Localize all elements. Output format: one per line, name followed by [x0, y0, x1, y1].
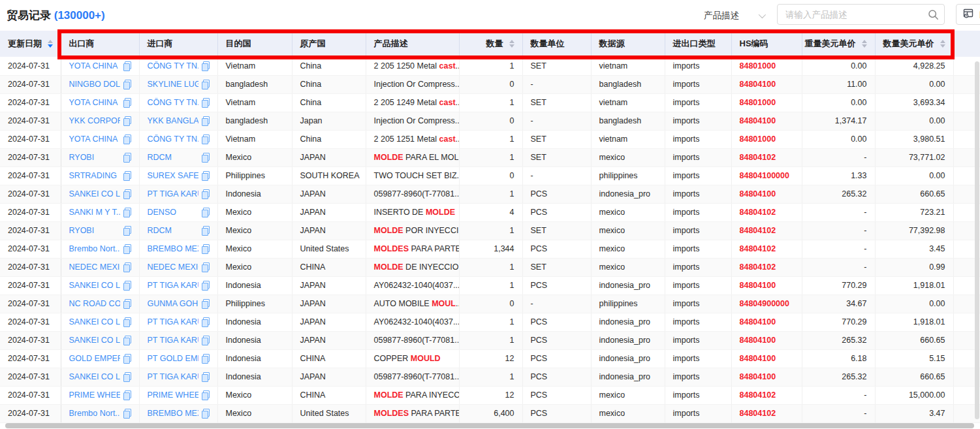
copy-icon[interactable] — [202, 390, 210, 400]
exporter-link[interactable]: YOTA CHINA ... — [69, 61, 120, 71]
copy-icon[interactable] — [123, 281, 131, 290]
copy-icon[interactable] — [202, 208, 210, 217]
importer-link[interactable]: PT GOLD EMP... — [148, 354, 198, 363]
copy-icon[interactable] — [123, 390, 131, 400]
cell-exporter: NINGBO DOL... — [61, 75, 139, 93]
copy-icon[interactable] — [202, 135, 210, 144]
copy-icon[interactable] — [202, 409, 210, 418]
horizontal-scrollbar[interactable] — [5, 423, 974, 428]
search-icon[interactable] — [922, 5, 944, 24]
copy-icon[interactable] — [202, 372, 210, 381]
importer-link[interactable]: PT TIGA KARU... — [148, 336, 198, 345]
copy-icon[interactable] — [202, 226, 210, 235]
copy-icon[interactable] — [123, 98, 131, 107]
exporter-link[interactable]: SANKI M Y T... — [69, 208, 120, 217]
cell-source: indonesia_pro — [591, 276, 665, 294]
exporter-link[interactable]: NC ROAD CO... — [69, 299, 120, 308]
copy-icon[interactable] — [123, 171, 131, 180]
exporter-link[interactable]: PRIME WHEEL — [69, 390, 120, 400]
copy-icon[interactable] — [123, 208, 131, 217]
copy-icon[interactable] — [202, 336, 210, 345]
copy-icon[interactable] — [123, 336, 131, 345]
importer-link[interactable]: YKK BANGLA... — [148, 116, 198, 125]
sort-icon[interactable] — [48, 40, 53, 48]
exporter-link[interactable]: NINGBO DOL... — [69, 80, 120, 89]
col-header-weight_usd_price[interactable]: 重量美元单价 — [802, 31, 875, 57]
cell-qty_unit: - — [522, 75, 591, 93]
sort-icon[interactable] — [509, 40, 514, 48]
copy-icon[interactable] — [202, 262, 210, 272]
exporter-link[interactable]: Brembo Nort... — [69, 409, 120, 418]
exporter-link[interactable]: SANKEI CO L... — [69, 317, 120, 326]
copy-icon[interactable] — [202, 189, 210, 199]
copy-icon[interactable] — [123, 262, 131, 272]
copy-icon[interactable] — [123, 317, 131, 326]
exporter-link[interactable]: GOLD EMPER... — [69, 354, 120, 363]
exporter-link[interactable]: SANKEI CO L... — [69, 372, 120, 381]
copy-icon[interactable] — [123, 80, 131, 89]
importer-link[interactable]: PT TIGA KARU... — [148, 317, 198, 326]
importer-link[interactable]: SKYLINE LUG... — [148, 80, 198, 89]
copy-icon[interactable] — [123, 189, 131, 199]
cell-update_date: 2024-07-31 — [0, 331, 61, 349]
importer-link[interactable]: PT TIGA KARU... — [148, 281, 198, 290]
importer-link[interactable]: BREMBO MEX... — [148, 244, 198, 253]
sort-icon[interactable] — [862, 40, 867, 48]
copy-icon[interactable] — [202, 299, 210, 308]
importer-link[interactable]: CÔNG TY TN... — [148, 61, 198, 71]
importer-link[interactable]: SUREX SAFE V... — [148, 171, 198, 180]
copy-icon[interactable] — [123, 354, 131, 363]
copy-icon[interactable] — [123, 116, 131, 125]
importer-link[interactable]: PRIME WHEEL — [148, 390, 198, 400]
importer-link[interactable]: PT TIGA KARU... — [148, 189, 198, 199]
importer-link[interactable]: DENSO — [148, 208, 176, 217]
search-field-select[interactable]: 产品描述 — [704, 5, 764, 25]
exporter-link[interactable]: NEDEC MEXI... — [69, 262, 120, 272]
copy-icon[interactable] — [202, 171, 210, 180]
exporter-link[interactable]: Brembo Nort... — [69, 244, 120, 253]
sort-icon[interactable] — [940, 40, 945, 48]
copy-icon[interactable] — [123, 409, 131, 418]
copy-icon[interactable] — [123, 372, 131, 381]
importer-link[interactable]: RDCM — [148, 226, 172, 235]
copy-icon[interactable] — [123, 226, 131, 235]
cell-importer: CÔNG TY TN... — [139, 57, 217, 75]
search-input[interactable] — [778, 10, 922, 20]
copy-icon[interactable] — [202, 244, 210, 253]
copy-icon[interactable] — [202, 61, 210, 71]
importer-link[interactable]: CÔNG TY TN... — [148, 135, 198, 144]
exporter-link[interactable]: YOTA CHINA ... — [69, 98, 120, 107]
copy-icon[interactable] — [202, 354, 210, 363]
vertical-scrollbar[interactable] — [975, 61, 979, 419]
exporter-link[interactable]: SANKEI CO L... — [69, 189, 120, 199]
importer-link[interactable]: PT TIGA KARU... — [148, 372, 198, 381]
importer-link[interactable]: NEDEC MEXICO — [148, 262, 198, 272]
copy-icon[interactable] — [123, 244, 131, 253]
copy-icon[interactable] — [202, 116, 210, 125]
copy-icon[interactable] — [123, 153, 131, 162]
importer-link[interactable]: GUNMA GOH... — [148, 299, 198, 308]
copy-icon[interactable] — [202, 80, 210, 89]
exporter-link[interactable]: YOTA CHINA ... — [69, 135, 120, 144]
copy-icon[interactable] — [123, 135, 131, 144]
exporter-link[interactable]: RYOBI — [69, 226, 95, 235]
importer-link[interactable]: RDCM — [148, 153, 172, 162]
col-header-qty_usd_price[interactable]: 数量美元单价 — [875, 31, 953, 57]
exporter-link[interactable]: SANKEI CO L... — [69, 281, 120, 290]
col-header-qty[interactable]: 数量 — [459, 31, 522, 57]
copy-icon[interactable] — [123, 299, 131, 308]
copy-icon[interactable] — [123, 61, 131, 71]
importer-link[interactable]: BREMBO MEX... — [148, 409, 198, 418]
hs-code: 84804102 — [740, 153, 776, 162]
importer-link[interactable]: CÔNG TY TN... — [148, 98, 198, 107]
exporter-link[interactable]: SANKEI CO L... — [69, 336, 120, 345]
copy-icon[interactable] — [202, 153, 210, 162]
copy-icon[interactable] — [202, 98, 210, 107]
copy-icon[interactable] — [202, 281, 210, 290]
exporter-link[interactable]: RYOBI — [69, 153, 95, 162]
exporter-link[interactable]: SRTRADING — [69, 171, 117, 180]
custom-columns-button[interactable]: 自 — [956, 4, 980, 25]
copy-icon[interactable] — [202, 317, 210, 326]
exporter-link[interactable]: YKK CORPOR... — [69, 116, 120, 125]
col-header-update_date[interactable]: 更新日期 — [0, 31, 61, 57]
